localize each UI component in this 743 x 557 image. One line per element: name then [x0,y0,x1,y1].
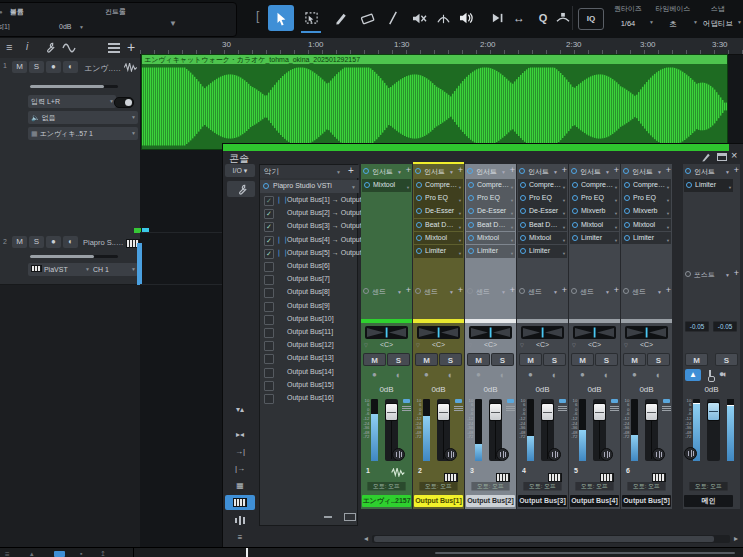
sends-add-button[interactable]: + [510,285,515,295]
bank-bus-row[interactable]: ✓❘❘Output Bus[1] → Output Bus [260,194,359,207]
channel-monitor-button[interactable]: ◐ [595,369,618,381]
main-metronome-button[interactable]: ▲ [685,369,701,381]
fader-cap[interactable] [541,403,554,421]
inserts-add-button[interactable]: + [666,165,671,175]
plugin-caret-icon[interactable]: ▼ [666,235,670,248]
plugin-caret-icon[interactable]: ▼ [728,182,732,195]
bank-bus-row[interactable]: Output Bus[13] [260,352,359,365]
playhead-marker[interactable] [246,548,248,557]
inserts-header[interactable]: 인서트▼+ [683,164,740,178]
sends-power-icon[interactable] [519,288,525,294]
plugin-power-icon[interactable] [416,182,422,188]
inserts-dropdown-icon[interactable]: ▼ [605,169,610,175]
levels-icon[interactable] [225,513,255,528]
bank-add-button[interactable]: + [348,165,354,176]
automation-icon[interactable] [62,42,76,53]
track-tools-wrench-icon[interactable] [44,42,55,53]
post-dropdown-icon[interactable]: ▼ [725,272,730,278]
sends-header[interactable]: 센드▼+ [621,284,672,297]
pan-control[interactable] [625,326,668,339]
main-monitor-icon[interactable]: ●◐ [719,369,726,379]
bus-checkbox[interactable] [264,394,274,404]
channel-mute-button[interactable]: M [571,353,594,366]
channel-record-button[interactable]: ● [519,369,542,381]
track-height-icon[interactable] [108,43,120,53]
console-detach-icon[interactable] [717,153,727,161]
fader-cap[interactable] [707,402,720,421]
sends-header[interactable]: 센드▼+ [517,284,568,297]
plugin-power-icon[interactable] [468,222,474,228]
bank-bus-row[interactable]: Output Bus[9] [260,300,359,313]
post-header[interactable]: 포스트▼+ [683,267,740,280]
inserts-header[interactable]: 인서트▼+ [361,164,412,178]
range-tool[interactable] [298,5,324,31]
bus-checkbox[interactable] [264,315,274,325]
inserts-power-icon[interactable] [623,168,629,174]
sends-add-button[interactable]: + [406,285,411,295]
insert-slot[interactable]: Pro EQ▼ [622,192,671,205]
autoscroll-icon[interactable] [486,7,508,29]
sends-dropdown-icon[interactable]: ▼ [449,289,454,295]
pan-control[interactable] [469,326,512,339]
plugin-power-icon[interactable] [468,195,474,201]
sends-power-icon[interactable] [623,288,629,294]
sends-add-button[interactable]: + [458,285,463,295]
insert-slot[interactable]: Compressor▼ [622,179,671,192]
fader-link-icon[interactable] [403,399,410,403]
track-channel-combo[interactable]: ▦ エンヴィキ..57 1▼ [28,127,138,140]
channel-scope-icon[interactable] [496,448,509,461]
bank-bus-row[interactable]: ✓❘❘Output Bus[4] → Output Bus [260,234,359,247]
bank-bus-row[interactable]: Output Bus[16] [260,392,359,405]
collapse-channels-icon[interactable]: ▾▴ [225,402,255,417]
inserts-dropdown-icon[interactable]: ▼ [657,169,662,175]
quantize-control[interactable]: 퀀타이즈 1/64 ▼ [606,4,650,28]
channel-scope-icon[interactable] [444,448,457,461]
bank-bus-row[interactable]: Output Bus[12] [260,339,359,352]
channel-strip-3[interactable]: 인서트▼+Compressor▼Pro EQ▼De-Esser▼Beat Del… [465,164,516,509]
fader-menu-icon[interactable] [610,406,619,412]
channel-record-button[interactable]: ● [415,369,438,381]
insert-slot[interactable]: Limiter▼ [570,232,619,245]
sends-header[interactable]: 센드▼+ [361,284,412,297]
fader-cap[interactable] [489,403,502,421]
track-panel-2[interactable]: 2 M S ● ◐ Piapro S..VSTi PiaVST▼ CH 1▼ [0,232,140,285]
track-name[interactable]: エンヴ..2157 [84,63,124,74]
automation-mode-chip[interactable]: 오토: 오프 [689,482,727,491]
channel-solo-button[interactable]: S [715,353,738,366]
plugin-power-icon[interactable] [468,208,474,214]
console-io-button[interactable]: I/O ▾ [225,164,255,177]
insert-slot[interactable]: De-Esser▼ [414,205,463,218]
track-volume-slider[interactable] [30,85,118,88]
insert-slot[interactable]: Mixverb▼ [622,205,671,218]
channel-record-button[interactable]: ● [623,369,646,381]
channel-name[interactable]: 메인 [684,495,733,507]
device-caret-icon[interactable]: ▼ [351,184,356,190]
input-channels-icon[interactable]: →| [225,444,255,459]
plugin-power-icon[interactable] [416,235,422,241]
snap-control[interactable]: 스냅 어댑티브 ▼ [698,4,738,29]
plugin-caret-icon[interactable]: ▼ [510,248,514,261]
sends-header[interactable]: 센드▼+ [569,284,620,297]
bank-bus-row[interactable]: Output Bus[10] [260,313,359,326]
bank-bus-row[interactable]: Output Bus[6] [260,260,359,273]
insert-slot[interactable]: Beat Delay▼ [466,219,515,232]
bank-bus-row[interactable]: ✓Output Bus[2] → Output Bus [260,207,359,220]
fader-link-icon[interactable] [559,399,566,403]
main-scope-icon[interactable] [684,447,697,460]
channel-name[interactable]: Output Bus[5] [622,495,671,507]
console-wrench-button[interactable] [227,181,255,197]
channel-solo-button[interactable]: S [543,353,566,366]
track-mute-button[interactable]: M [12,236,27,248]
plugin-power-icon[interactable] [624,222,630,228]
inserts-add-button[interactable]: + [458,165,463,175]
track-device-combo[interactable]: PiaVST▼ [28,263,92,276]
track-volume-slider[interactable] [30,255,118,258]
snap-caret-icon[interactable]: ▼ [737,19,742,25]
channel-name[interactable]: エンヴィ..2157 [362,495,411,507]
channel-scope-icon[interactable] [600,448,613,461]
automation-mode-chip[interactable]: 오토: 오프 [471,482,509,491]
console-edit-icon[interactable] [701,152,713,163]
track-midichannel-combo[interactable]: CH 1▼ [90,263,138,276]
fader-cap[interactable] [437,403,450,421]
console-close-icon[interactable]: × [731,149,737,161]
